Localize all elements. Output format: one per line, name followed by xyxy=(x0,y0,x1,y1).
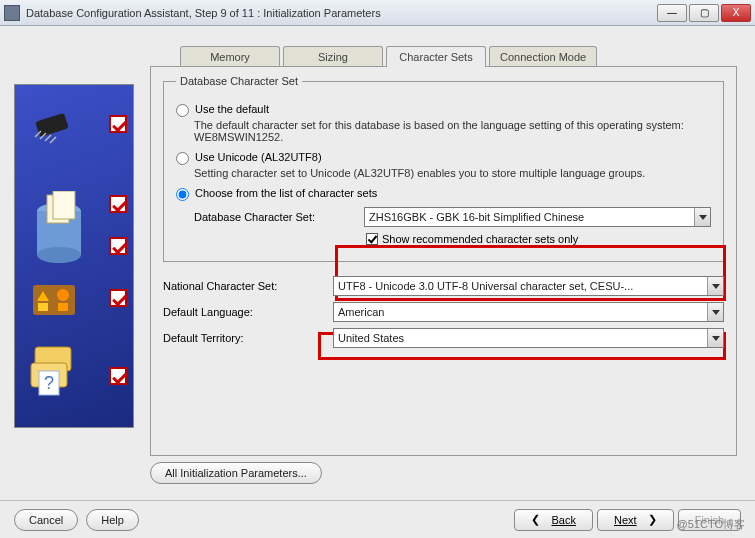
tab-character-sets[interactable]: Character Sets xyxy=(386,46,486,67)
group-legend: Database Character Set xyxy=(176,75,302,87)
radio-label: Choose from the list of character sets xyxy=(195,187,377,199)
ncs-label: National Character Set: xyxy=(163,280,333,292)
radio-use-unicode[interactable]: Use Unicode (AL32UTF8) xyxy=(176,151,711,165)
tab-sizing[interactable]: Sizing xyxy=(283,46,383,67)
svg-rect-9 xyxy=(53,191,75,219)
svg-rect-13 xyxy=(38,303,48,311)
svg-text:?: ? xyxy=(44,373,54,393)
chevron-down-icon xyxy=(707,329,723,347)
checkbox-icon xyxy=(366,233,378,245)
step-check-icon xyxy=(109,367,127,385)
lang-value: American xyxy=(338,306,384,318)
radio-label: Use the default xyxy=(195,103,269,115)
lang-combo[interactable]: American xyxy=(333,302,724,322)
wizard-sidebar: ? xyxy=(14,84,134,428)
svg-point-12 xyxy=(57,289,69,301)
chevron-right-icon: ❯ xyxy=(648,513,657,526)
dbcs-value: ZHS16GBK - GBK 16-bit Simplified Chinese xyxy=(369,211,584,223)
ncs-value: UTF8 - Unicode 3.0 UTF-8 Universal chara… xyxy=(338,280,633,292)
watermark-text: @51CTO博客 xyxy=(677,517,745,532)
radio-label: Use Unicode (AL32UTF8) xyxy=(195,151,322,163)
db-charset-group: Database Character Set Use the default T… xyxy=(163,75,724,262)
opt2-desc: Setting character set to Unicode (AL32UT… xyxy=(194,167,711,179)
next-button[interactable]: Next ❯ xyxy=(597,509,674,531)
lang-label: Default Language: xyxy=(163,306,333,318)
svg-line-4 xyxy=(50,137,56,143)
step-icon-folders: ? xyxy=(27,341,83,401)
main-panel: Memory Sizing Character Sets Connection … xyxy=(150,46,737,484)
cancel-button[interactable]: Cancel xyxy=(14,509,78,531)
tab-connection-mode[interactable]: Connection Mode xyxy=(489,46,597,67)
close-button[interactable]: X xyxy=(721,4,751,22)
footer-bar: Cancel Help ❮ Back Next ❯ Finish xyxy=(0,500,755,538)
app-icon xyxy=(4,5,20,21)
terr-combo[interactable]: United States xyxy=(333,328,724,348)
back-button[interactable]: ❮ Back xyxy=(514,509,593,531)
step-check-icon xyxy=(109,115,127,133)
title-bar: Database Configuration Assistant, Step 9… xyxy=(0,0,755,26)
step-icon-db-docs xyxy=(31,191,91,271)
chevron-down-icon xyxy=(694,208,710,226)
step-check-icon xyxy=(109,195,127,213)
minimize-button[interactable]: — xyxy=(657,4,687,22)
step-check-icon xyxy=(109,289,127,307)
terr-value: United States xyxy=(338,332,404,344)
tab-memory[interactable]: Memory xyxy=(180,46,280,67)
help-button[interactable]: Help xyxy=(86,509,139,531)
svg-rect-14 xyxy=(58,303,68,311)
terr-label: Default Territory: xyxy=(163,332,333,344)
chevron-down-icon xyxy=(707,277,723,295)
step-check-icon xyxy=(109,237,127,255)
svg-line-3 xyxy=(45,135,51,141)
step-icon-chip xyxy=(31,107,77,147)
dbcs-label: Database Character Set: xyxy=(194,211,364,223)
ncs-combo[interactable]: UTF8 - Unicode 3.0 UTF-8 Universal chara… xyxy=(333,276,724,296)
maximize-button[interactable]: ▢ xyxy=(689,4,719,22)
svg-point-7 xyxy=(37,247,81,263)
opt1-desc: The default character set for this datab… xyxy=(194,119,711,143)
chevron-left-icon: ❮ xyxy=(531,513,540,526)
show-recommended-checkbox[interactable]: Show recommended character sets only xyxy=(366,233,711,245)
checkbox-label: Show recommended character sets only xyxy=(382,233,578,245)
dbcs-combo[interactable]: ZHS16GBK - GBK 16-bit Simplified Chinese xyxy=(364,207,711,227)
step-icon-shapes xyxy=(31,281,79,321)
radio-choose-list[interactable]: Choose from the list of character sets xyxy=(176,187,711,201)
all-init-params-button[interactable]: All Initialization Parameters... xyxy=(150,462,322,484)
chevron-down-icon xyxy=(707,303,723,321)
content-area: ? Memory Sizing Character Sets Connectio… xyxy=(0,26,755,500)
radio-use-default[interactable]: Use the default xyxy=(176,103,711,117)
window-title: Database Configuration Assistant, Step 9… xyxy=(26,7,657,19)
svg-rect-0 xyxy=(35,113,68,137)
tab-panel: Database Character Set Use the default T… xyxy=(150,66,737,456)
tab-bar: Memory Sizing Character Sets Connection … xyxy=(180,46,737,67)
